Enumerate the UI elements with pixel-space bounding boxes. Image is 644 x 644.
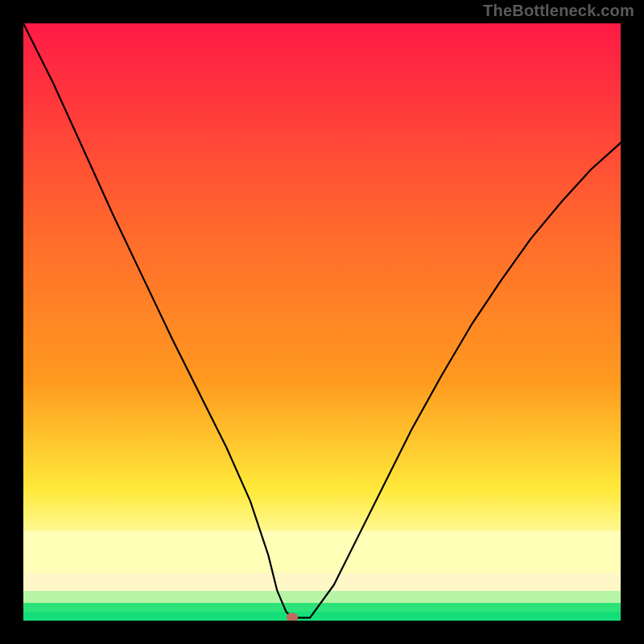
plot-svg <box>23 23 621 621</box>
svg-rect-3 <box>23 573 621 591</box>
watermark-text: TheBottleneck.com <box>483 2 634 20</box>
plot-area <box>23 23 621 621</box>
svg-rect-0 <box>23 612 621 621</box>
svg-rect-4 <box>23 531 621 573</box>
lower-color-bands <box>23 531 621 621</box>
marker-dot <box>287 613 298 621</box>
svg-rect-1 <box>23 603 621 612</box>
chart-frame: TheBottleneck.com <box>0 0 644 644</box>
